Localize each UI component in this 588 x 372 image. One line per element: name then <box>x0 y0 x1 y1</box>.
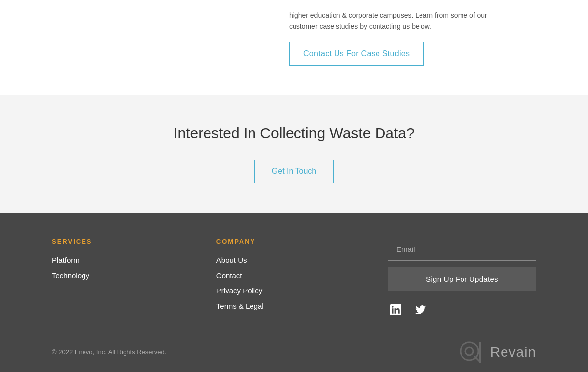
company-column: COMPANY About Us Contact Privacy Policy … <box>216 238 264 317</box>
top-section: higher education & corporate campuses. L… <box>0 0 588 95</box>
services-link-platform[interactable]: Platform <box>52 256 92 264</box>
signup-button[interactable]: Sign Up For Updates <box>388 267 536 291</box>
signup-column: Sign Up For Updates <box>388 238 536 318</box>
company-link-privacy[interactable]: Privacy Policy <box>216 287 264 295</box>
get-in-touch-button[interactable]: Get In Touch <box>254 160 334 183</box>
footer: SERVICES Platform Technology COMPANY Abo… <box>0 213 588 372</box>
services-heading: SERVICES <box>52 238 92 245</box>
svg-point-1 <box>465 347 473 355</box>
services-column: SERVICES Platform Technology <box>52 238 92 287</box>
top-description: higher education & corporate campuses. L… <box>289 10 506 32</box>
revain-icon <box>456 337 485 367</box>
company-link-contact[interactable]: Contact <box>216 271 264 280</box>
middle-heading: Interested In Collecting Waste Data? <box>10 125 578 142</box>
linkedin-icon[interactable] <box>388 302 404 318</box>
revain-logo: Revain <box>456 337 536 367</box>
services-link-technology[interactable]: Technology <box>52 271 92 280</box>
copyright-text: © 2022 Enevo, Inc. All Rights Reserved. <box>52 348 166 356</box>
company-link-terms[interactable]: Terms & Legal <box>216 302 264 310</box>
company-heading: COMPANY <box>216 238 264 245</box>
case-studies-button[interactable]: Contact Us For Case Studies <box>289 42 424 66</box>
email-input[interactable] <box>388 238 536 261</box>
svg-rect-3 <box>479 342 481 362</box>
company-link-about[interactable]: About Us <box>216 256 264 264</box>
twitter-icon[interactable] <box>413 302 428 318</box>
middle-section: Interested In Collecting Waste Data? Get… <box>0 95 588 213</box>
social-icons <box>388 302 536 318</box>
revain-text: Revain <box>490 344 536 360</box>
footer-bottom: © 2022 Enevo, Inc. All Rights Reserved. … <box>22 337 566 367</box>
